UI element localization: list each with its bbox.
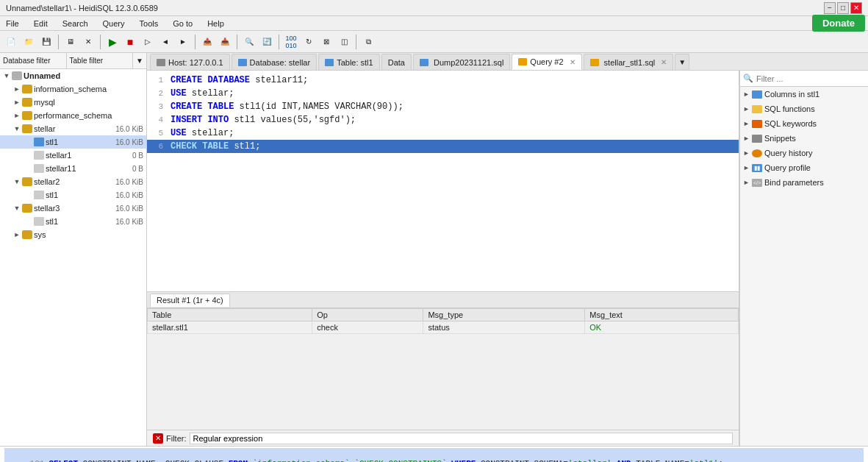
tab-stellar-stl1[interactable]: stellar_stl1.sql ✕ [584,54,674,70]
toolbar-commit-btn[interactable]: 100010 [283,34,299,50]
expand-sys-icon[interactable]: ► [12,230,22,240]
sidebar-item-stellar2-stl1[interactable]: stl1 16.0 KiB [0,188,146,202]
tab-dump[interactable]: Dump20231121.sql [413,54,510,70]
menu-help[interactable]: Help [204,19,227,28]
table-s2stl1-icon [34,191,44,199]
toolbar-new-btn[interactable]: 📄 [3,34,19,50]
tab-query2[interactable]: Query #2 ✕ [512,54,581,70]
right-item-snippets[interactable]: ► Snippets [740,131,868,146]
toolbar-connect-btn[interactable]: 🖥 [62,34,79,50]
toolbar-save-btn[interactable]: 💾 [38,34,54,50]
toolbar-stop-btn[interactable]: ■ [122,34,138,50]
sidebar-item-info-schema[interactable]: ► information_schema [0,82,146,96]
expand-columns-icon[interactable]: ► [743,90,752,98]
toolbar-sep3 [195,35,196,49]
sql-editor[interactable]: 1 CREATE DATABASE stellar11; 2 USE stell… [147,71,739,291]
sidebar-item-stellar[interactable]: ▼ stellar 16.0 KiB [0,122,146,135]
sidebar-item-stellar3-stl1[interactable]: stl1 16.0 KiB [0,215,146,228]
menu-goto[interactable]: Go to [170,19,196,28]
sidebar-item-mysql[interactable]: ► mysql [0,96,146,109]
db-stellar-icon [22,124,32,133]
toolbar-grid-btn[interactable]: ⊠ [318,34,334,50]
expand-keywords-icon[interactable]: ► [743,120,752,127]
toolbar-open-btn[interactable]: 📁 [21,34,37,50]
sidebar-item-stellar3[interactable]: ▼ stellar3 16.0 KiB [0,202,146,215]
expand-profile-icon[interactable]: ► [743,164,752,171]
bottom-log[interactable]: 101SELECT CONSTRAINT_NAME, CHECK_CLAUSE … [0,446,868,462]
expand-history-icon[interactable]: ► [743,149,752,157]
database-filter-btn[interactable]: Database filter [0,53,67,68]
toolbar-step-btn[interactable]: ▷ [140,34,156,50]
sql-line-4: 4 INSERT INTO stl1 values(55,'sgfd'); [147,113,739,127]
sidebar-item-stellar2[interactable]: ▼ stellar2 16.0 KiB [0,175,146,188]
tab-table[interactable]: Table: stl1 [318,54,380,70]
table-stellar1-icon [34,151,44,160]
expand-info-icon[interactable]: ► [12,84,22,94]
menu-query[interactable]: Query [100,19,128,28]
right-filter-input[interactable] [756,74,865,83]
right-label-columns: Columns in stl1 [764,90,819,99]
log-line-101[interactable]: 101SELECT CONSTRAINT_NAME, CHECK_CLAUSE … [4,448,864,462]
expand-unnamed-icon[interactable]: ▼ [1,71,12,81]
menu-edit[interactable]: Edit [31,19,51,28]
right-item-query-history[interactable]: ► Query history [740,146,868,160]
sidebar-item-perf-schema[interactable]: ► performance_schema [0,109,146,122]
line-num-3: 3 [147,100,168,113]
menu-search[interactable]: Search [60,19,91,28]
right-item-columns[interactable]: ► Columns in stl1 [740,87,868,102]
tab-stellar-stl1-label: stellar_stl1.sql [604,58,656,67]
line-num-1: 1 [147,74,168,87]
toolbar-chart-btn[interactable]: ◫ [336,34,352,50]
tab-database[interactable]: Database: stellar [232,54,318,70]
toolbar-export-btn[interactable]: 📤 [199,34,215,50]
sidebar-item-unnamed[interactable]: ▼ Unnamed [0,69,146,82]
db-sys-icon [22,230,32,239]
right-item-sql-keywords[interactable]: ► SQL keywords [740,116,868,131]
toolbar-next-btn[interactable]: ► [175,34,191,50]
menu-file[interactable]: File [3,19,22,28]
tab-extra[interactable]: ▼ [675,54,689,70]
tab-query2-label: Query #2 [530,57,563,66]
toolbar-search-btn[interactable]: 🔍 [241,34,257,50]
toolbar-run-btn[interactable]: ▶ [104,34,121,50]
expand-mysql-icon[interactable]: ► [12,97,22,107]
tab-stellar-stl1-close[interactable]: ✕ [661,58,667,66]
toolbar-prev-btn[interactable]: ◄ [157,34,173,50]
toolbar-disconnect-btn[interactable]: ✕ [80,34,96,50]
filter-extra-btn[interactable]: ▼ [133,53,146,68]
toolbar-replace-btn[interactable]: 🔄 [259,34,275,50]
expand-snippets-icon[interactable]: ► [743,135,752,142]
toolbar-misc1-btn[interactable]: ⧉ [360,34,376,50]
filter-close-btn[interactable]: ✕ [153,433,163,444]
col-msg-text: Msg_text [585,309,739,321]
expand-stellar-icon[interactable]: ▼ [12,124,22,134]
tab-host[interactable]: Host: 127.0.0.1 [150,54,230,70]
sidebar-item-stl1[interactable]: stl1 16.0 KiB [0,135,146,149]
table-filter-btn[interactable]: Table filter [67,53,134,68]
result-tab-1[interactable]: Result #1 (1r + 4c) [150,294,230,307]
menu-tools[interactable]: Tools [137,19,162,28]
tab-data[interactable]: Data [381,54,412,70]
toolbar-rollback-btn[interactable]: ↻ [301,34,317,50]
filter-input[interactable] [190,433,734,444]
sidebar-label-mysql: mysql [34,98,146,107]
expand-bind-icon[interactable]: ► [743,179,752,186]
close-button[interactable]: ✕ [850,2,862,14]
sidebar-item-sys[interactable]: ► sys [0,228,146,241]
sidebar-item-stellar1[interactable]: stellar1 0 B [0,149,146,162]
expand-stellar3-icon[interactable]: ▼ [12,203,22,213]
expand-perf-icon[interactable]: ► [12,110,22,121]
expand-stellar2-icon[interactable]: ▼ [12,177,22,187]
expand-functions-icon[interactable]: ► [743,105,752,113]
right-item-sql-functions[interactable]: ► SQL functions [740,102,868,116]
result-cell-op: check [312,321,423,334]
donate-button[interactable]: Donate [812,15,865,32]
right-item-query-profile[interactable]: ► ▮▮ Query profile [740,160,868,175]
toolbar-import-btn[interactable]: 📥 [217,34,233,50]
minimize-button[interactable]: − [824,2,836,14]
filter-label: Filter: [166,434,187,443]
tab-query2-close[interactable]: ✕ [570,58,575,66]
sidebar-item-stellar11[interactable]: stellar11 0 B [0,162,146,175]
maximize-button[interactable]: □ [837,2,849,14]
right-item-bind-params[interactable]: ► </> Bind parameters [740,175,868,190]
